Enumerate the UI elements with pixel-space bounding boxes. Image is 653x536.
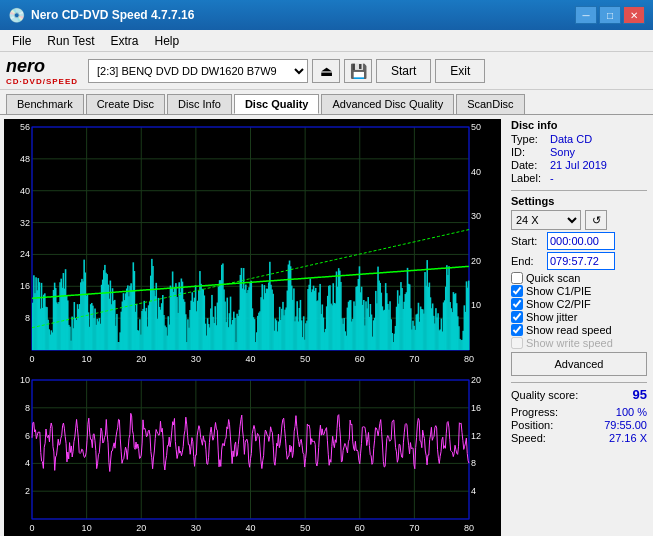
start-time-row: Start:: [511, 232, 647, 250]
disc-date-label: Date:: [511, 159, 546, 171]
start-time-input[interactable]: [547, 232, 615, 250]
show-read-speed-row: Show read speed: [511, 324, 647, 336]
settings-title: Settings: [511, 195, 647, 207]
show-c1pie-label: Show C1/PIE: [526, 285, 591, 297]
logo-sub-text: CD·DVD/SPEED: [6, 77, 78, 86]
tab-disc-quality[interactable]: Disc Quality: [234, 94, 320, 114]
show-jitter-row: Show jitter: [511, 311, 647, 323]
progress-label: Progress:: [511, 406, 558, 418]
tab-scandisc[interactable]: ScanDisc: [456, 94, 524, 114]
disc-id-row: ID: Sony: [511, 146, 647, 158]
start-button[interactable]: Start: [376, 59, 431, 83]
show-read-speed-checkbox[interactable]: [511, 324, 523, 336]
bottom-chart-canvas: [4, 372, 501, 536]
show-c2pif-checkbox[interactable]: [511, 298, 523, 310]
advanced-button[interactable]: Advanced: [511, 352, 647, 376]
logo-nero-text: nero: [6, 56, 78, 77]
disc-type-label: Type:: [511, 133, 546, 145]
title-bar: 💿 Nero CD-DVD Speed 4.7.7.16 ─ □ ✕: [0, 0, 653, 30]
disc-date-row: Date: 21 Jul 2019: [511, 159, 647, 171]
show-c1pie-row: Show C1/PIE: [511, 285, 647, 297]
show-jitter-checkbox[interactable]: [511, 311, 523, 323]
app-icon: 💿: [8, 7, 25, 23]
disc-id-label: ID:: [511, 146, 546, 158]
show-c1pie-checkbox[interactable]: [511, 285, 523, 297]
speed-select[interactable]: 24 X 4 X 8 X 16 X 32 X Max: [511, 210, 581, 230]
quality-score-row: Quality score: 95: [511, 387, 647, 402]
save-button[interactable]: 💾: [344, 59, 372, 83]
main-content: Disc info Type: Data CD ID: Sony Date: 2…: [0, 115, 653, 536]
maximize-button[interactable]: □: [599, 6, 621, 24]
show-c2pif-row: Show C2/PIF: [511, 298, 647, 310]
minimize-button[interactable]: ─: [575, 6, 597, 24]
end-time-label: End:: [511, 255, 543, 267]
menu-run-test[interactable]: Run Test: [39, 32, 102, 50]
quality-score-label: Quality score:: [511, 389, 578, 401]
tab-disc-info[interactable]: Disc Info: [167, 94, 232, 114]
disc-label-row: Label: -: [511, 172, 647, 184]
tab-create-disc[interactable]: Create Disc: [86, 94, 165, 114]
menu-extra[interactable]: Extra: [102, 32, 146, 50]
menu-file[interactable]: File: [4, 32, 39, 50]
divider-2: [511, 382, 647, 383]
show-read-speed-label: Show read speed: [526, 324, 612, 336]
speed-refresh-button[interactable]: ↺: [585, 210, 607, 230]
tab-advanced-disc-quality[interactable]: Advanced Disc Quality: [321, 94, 454, 114]
speed-row: 24 X 4 X 8 X 16 X 32 X Max ↺: [511, 210, 647, 230]
show-write-speed-row: Show write speed: [511, 337, 647, 349]
top-chart-canvas: [4, 119, 501, 372]
show-c2pif-label: Show C2/PIF: [526, 298, 591, 310]
progress-section: Progress: 100 % Position: 79:55.00 Speed…: [511, 406, 647, 444]
speed-info-value: 27.16 X: [609, 432, 647, 444]
show-write-speed-checkbox[interactable]: [511, 337, 523, 349]
settings-section: Settings 24 X 4 X 8 X 16 X 32 X Max ↺ St…: [511, 195, 647, 376]
disc-info-section: Disc info Type: Data CD ID: Sony Date: 2…: [511, 119, 647, 184]
start-time-label: Start:: [511, 235, 543, 247]
eject-button[interactable]: ⏏: [312, 59, 340, 83]
disc-id-value: Sony: [550, 146, 575, 158]
progress-value: 100 %: [616, 406, 647, 418]
disc-info-title: Disc info: [511, 119, 647, 131]
speed-info-label: Speed:: [511, 432, 546, 444]
quality-score-value: 95: [633, 387, 647, 402]
drive-select[interactable]: [2:3] BENQ DVD DD DW1620 B7W9: [88, 59, 308, 83]
progress-row: Progress: 100 %: [511, 406, 647, 418]
title-controls: ─ □ ✕: [575, 6, 645, 24]
position-value: 79:55.00: [604, 419, 647, 431]
menu-bar: File Run Test Extra Help: [0, 30, 653, 52]
disc-label-value: -: [550, 172, 554, 184]
quick-scan-checkbox[interactable]: [511, 272, 523, 284]
tabs-bar: Benchmark Create Disc Disc Info Disc Qua…: [0, 90, 653, 115]
end-time-input[interactable]: [547, 252, 615, 270]
speed-info-row: Speed: 27.16 X: [511, 432, 647, 444]
quick-scan-row: Quick scan: [511, 272, 647, 284]
end-time-row: End:: [511, 252, 647, 270]
divider-1: [511, 190, 647, 191]
nero-logo: nero CD·DVD/SPEED: [6, 56, 78, 86]
menu-help[interactable]: Help: [147, 32, 188, 50]
disc-type-value: Data CD: [550, 133, 592, 145]
disc-date-value: 21 Jul 2019: [550, 159, 607, 171]
position-row: Position: 79:55.00: [511, 419, 647, 431]
position-label: Position:: [511, 419, 553, 431]
toolbar: nero CD·DVD/SPEED [2:3] BENQ DVD DD DW16…: [0, 52, 653, 90]
disc-type-row: Type: Data CD: [511, 133, 647, 145]
right-panel: Disc info Type: Data CD ID: Sony Date: 2…: [505, 115, 653, 536]
quick-scan-label: Quick scan: [526, 272, 580, 284]
title-text: Nero CD-DVD Speed 4.7.7.16: [31, 8, 194, 22]
disc-label-label: Label:: [511, 172, 546, 184]
show-jitter-label: Show jitter: [526, 311, 577, 323]
show-write-speed-label: Show write speed: [526, 337, 613, 349]
tab-benchmark[interactable]: Benchmark: [6, 94, 84, 114]
exit-button[interactable]: Exit: [435, 59, 485, 83]
chart-area: [4, 119, 501, 536]
close-button[interactable]: ✕: [623, 6, 645, 24]
